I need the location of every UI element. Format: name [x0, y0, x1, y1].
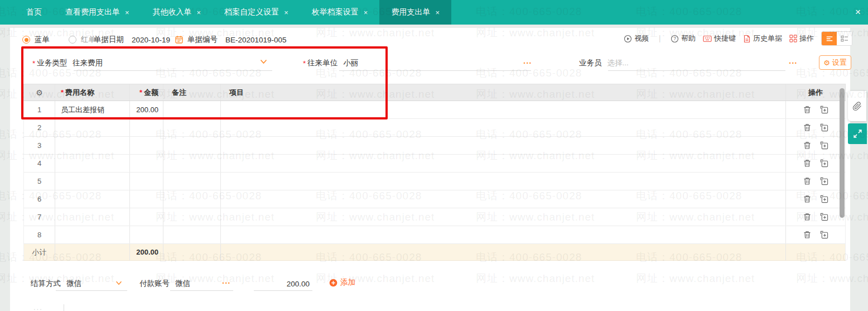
delete-row-trash-icon[interactable] — [803, 141, 811, 150]
detail-view-toggle[interactable] — [837, 32, 852, 45]
calendar-icon[interactable] — [175, 35, 184, 44]
cell-project[interactable] — [221, 119, 786, 136]
tab-查看费用支出单[interactable]: 查看费用支出单× — [54, 0, 141, 25]
row-number: 7 — [24, 208, 55, 226]
cell-expense-name[interactable] — [55, 137, 130, 154]
column-settings-gear-icon[interactable]: ⚙ — [24, 84, 55, 101]
cell-amount[interactable] — [130, 190, 163, 208]
cell-expense-name[interactable] — [55, 190, 130, 208]
insert-row-copy-icon[interactable] — [820, 177, 828, 185]
tab-close-icon[interactable]: × — [435, 8, 440, 17]
cell-actions — [786, 119, 845, 136]
settle-method-field[interactable]: 结算方式 微信 — [31, 277, 81, 290]
tab-枚举档案设置[interactable]: 枚举档案设置× — [300, 0, 380, 25]
help-button[interactable]: ? 帮助 — [671, 34, 696, 44]
cell-expense-name[interactable] — [55, 155, 130, 172]
insert-row-copy-icon[interactable] — [820, 231, 828, 239]
cell-project[interactable] — [221, 137, 786, 154]
delete-row-trash-icon[interactable] — [803, 195, 811, 203]
add-label: 添加 — [340, 277, 355, 288]
pay-account-field[interactable]: 付款账号 微信 — [139, 277, 190, 290]
cell-amount[interactable] — [130, 119, 163, 136]
cell-expense-name[interactable] — [55, 208, 130, 226]
add-payment-button[interactable]: 添加 — [329, 277, 355, 288]
cell-amount[interactable] — [130, 137, 163, 154]
cell-project[interactable] — [221, 101, 786, 118]
tab-费用支出单[interactable]: 费用支出单× — [379, 0, 451, 25]
cell-project[interactable] — [221, 190, 786, 208]
delete-row-trash-icon[interactable] — [803, 159, 811, 168]
delete-row-trash-icon[interactable] — [803, 213, 811, 221]
cell-expense-name[interactable] — [55, 173, 130, 190]
cell-note[interactable] — [163, 190, 221, 208]
cell-expense-name[interactable] — [55, 119, 130, 136]
tab-close-icon[interactable]: × — [284, 8, 288, 17]
tab-label: 首页 — [26, 7, 42, 17]
delete-row-trash-icon[interactable] — [803, 106, 811, 114]
attachment-button[interactable] — [848, 91, 866, 121]
delete-row-trash-icon[interactable] — [803, 231, 811, 239]
cell-note[interactable] — [163, 226, 221, 243]
tab-档案自定义设置[interactable]: 档案自定义设置× — [213, 0, 300, 25]
tab-close-icon[interactable]: × — [125, 8, 129, 17]
view-toggle — [821, 31, 852, 46]
insert-row-copy-icon[interactable] — [820, 106, 828, 114]
cell-project[interactable] — [221, 173, 786, 190]
row-number: 1 — [24, 101, 55, 118]
cell-project[interactable] — [221, 155, 786, 172]
delete-row-trash-icon[interactable] — [803, 123, 811, 132]
insert-row-copy-icon[interactable] — [820, 195, 828, 203]
app-window: 首页查看费用支出单×其他收入单×档案自定义设置×枚举档案设置×费用支出单× × … — [0, 0, 868, 311]
tab-close-icon[interactable]: × — [364, 8, 368, 17]
settle-method-value: 微信 — [66, 279, 81, 289]
tab-label: 查看费用支出单 — [65, 7, 120, 17]
video-button[interactable]: 视频 — [624, 34, 649, 44]
cell-project[interactable] — [221, 226, 786, 243]
insert-row-copy-icon[interactable] — [820, 213, 828, 221]
tab-首页[interactable]: 首页 — [15, 0, 54, 25]
tab-其他收入单[interactable]: 其他收入单× — [141, 0, 213, 25]
cell-note[interactable] — [163, 208, 221, 226]
salesman-field[interactable]: 业务员 选择... — [579, 57, 629, 69]
table-scrollbar[interactable] — [840, 88, 845, 218]
cell-amount[interactable] — [130, 226, 163, 243]
history-button[interactable]: 历史单据 — [743, 34, 782, 44]
tab-bar: 首页查看费用支出单×其他收入单×档案自定义设置×枚举档案设置×费用支出单× — [0, 0, 868, 25]
biz-type-chevron-down-icon[interactable] — [260, 59, 267, 64]
cell-note[interactable] — [163, 137, 221, 154]
cell-amount[interactable] — [130, 208, 163, 226]
cell-note[interactable] — [163, 173, 221, 190]
biz-type-field[interactable]: * 业务类型 往来费用 — [32, 57, 103, 69]
hotkeys-button[interactable]: 快捷键 — [703, 34, 736, 44]
doc-date-value[interactable]: 2020-10-19 — [132, 36, 170, 44]
insert-row-copy-icon[interactable] — [820, 123, 828, 132]
pay-account-picker-ellipsis[interactable]: ... — [222, 276, 231, 285]
insert-row-copy-icon[interactable] — [820, 141, 828, 150]
salesman-picker-ellipsis[interactable]: ... — [789, 56, 798, 65]
cell-amount[interactable] — [130, 173, 163, 190]
blue-bill-radio[interactable] — [22, 36, 30, 44]
tab-close-icon[interactable]: × — [197, 8, 201, 17]
partner-picker-ellipsis[interactable]: ... — [523, 56, 532, 65]
fullscreen-button[interactable] — [848, 123, 867, 144]
red-bill-radio[interactable] — [69, 36, 76, 44]
pay-amount-field[interactable]: 200.00 — [254, 277, 310, 290]
cell-amount[interactable]: 200.00 — [130, 101, 163, 118]
window-close-icon[interactable]: × — [855, 0, 861, 25]
cell-project[interactable] — [221, 208, 786, 226]
hotkeys-label: 快捷键 — [714, 34, 736, 44]
settle-method-chevron-down-icon[interactable] — [115, 281, 122, 285]
cell-note[interactable] — [163, 155, 221, 172]
cell-actions — [786, 101, 845, 118]
partner-field[interactable]: * 往来单位 小丽 — [303, 57, 358, 69]
cell-amount[interactable] — [130, 155, 163, 172]
delete-row-trash-icon[interactable] — [803, 177, 811, 185]
cell-expense-name[interactable]: 员工出差报销 — [55, 101, 130, 118]
insert-row-copy-icon[interactable] — [820, 159, 828, 168]
cell-expense-name[interactable] — [55, 226, 130, 243]
actions-button[interactable]: 操作 — [789, 34, 814, 44]
cell-note[interactable] — [163, 119, 221, 136]
cell-note[interactable] — [163, 101, 221, 118]
settings-button[interactable]: ⚙ 设置 — [819, 55, 851, 70]
list-view-toggle[interactable] — [822, 32, 837, 45]
